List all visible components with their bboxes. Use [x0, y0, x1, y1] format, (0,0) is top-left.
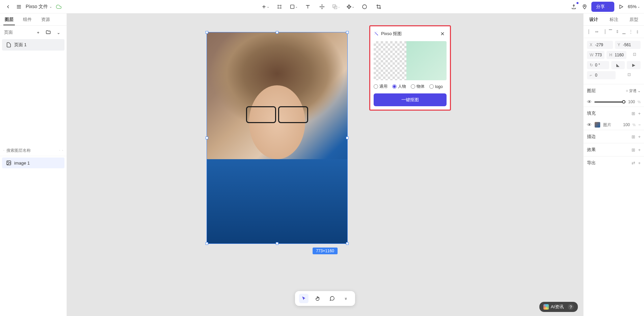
resize-handle-tm[interactable] — [276, 31, 278, 34]
file-name[interactable]: Pixso 文件 ⌄ — [26, 4, 52, 10]
svg-point-6 — [62, 150, 63, 150]
align-left[interactable]: ▏ — [587, 28, 593, 35]
add-effect[interactable]: + — [638, 147, 641, 152]
canvas[interactable]: 773×1160 » Pixso 抠图 通用 人物 物体 log — [67, 13, 583, 316]
align-center-v[interactable]: ⇕ — [614, 28, 620, 35]
layer-item-image1[interactable]: image 1 — [2, 157, 64, 168]
selected-image[interactable] — [207, 32, 348, 244]
component-tool[interactable]: ⌄ — [346, 3, 354, 11]
add-export[interactable]: + — [638, 161, 641, 166]
align-bottom[interactable]: ▁ — [621, 28, 627, 35]
blend-mode[interactable]: ○ 穿透 ⌄ — [626, 88, 641, 93]
align-top[interactable]: ▔ — [607, 28, 613, 35]
y-field[interactable]: Y-561 — [615, 41, 641, 49]
resize-handle-tl[interactable] — [206, 31, 208, 34]
text-tool[interactable] — [304, 3, 312, 11]
search-icon — [3, 148, 4, 153]
zoom-control[interactable]: 65% ⌄ — [628, 4, 640, 9]
align-right[interactable]: ▕ — [600, 28, 607, 35]
move-tool[interactable] — [318, 3, 326, 11]
cutout-title-text: Pixso 抠图 — [381, 31, 402, 37]
stroke-styles[interactable]: ⊞ — [632, 134, 635, 139]
flip-h[interactable]: ◣ — [611, 61, 625, 69]
ellipse-tool[interactable] — [360, 3, 369, 11]
export-section-label: 导出 — [587, 160, 596, 166]
boolean-tool[interactable]: ⌄ — [332, 3, 340, 11]
settings-icon[interactable] — [62, 148, 63, 153]
add-page-button[interactable]: + — [34, 28, 42, 36]
share-link-icon[interactable] — [570, 3, 578, 11]
fill-swatch[interactable] — [594, 122, 600, 128]
rotation-field[interactable]: ↻0 ° — [587, 61, 609, 69]
dimension-badge: 773×1160 — [313, 248, 338, 254]
page-item-1[interactable]: 页面 1 — [2, 39, 64, 51]
shape-tool[interactable]: ⌄ — [290, 3, 298, 11]
tab-layers[interactable]: 图层 — [0, 13, 18, 25]
share-button[interactable]: 分享 ⌄ — [591, 2, 614, 12]
share-label: 分享 — [596, 4, 605, 10]
h-field[interactable]: H1160 — [607, 51, 626, 59]
radius-expand[interactable]: ⊡ — [618, 71, 641, 78]
close-cutout-button[interactable] — [438, 30, 447, 38]
fill-type[interactable]: 图片 — [603, 122, 620, 128]
frame-tool[interactable] — [275, 3, 284, 11]
resize-handle-tr[interactable] — [346, 31, 349, 34]
crop-tool[interactable] — [375, 3, 383, 11]
play-button[interactable] — [617, 3, 625, 11]
add-stroke[interactable]: + — [638, 134, 641, 139]
visibility-toggle[interactable]: 👁 — [587, 99, 592, 105]
cutout-action-button[interactable]: 一键抠图 — [374, 93, 447, 106]
add-tool[interactable]: ⌄ — [261, 3, 269, 11]
radio-person[interactable]: 人物 — [392, 84, 406, 89]
cutout-header: Pixso 抠图 — [374, 30, 447, 38]
opacity-value[interactable]: 100 — [628, 99, 635, 104]
align-center-h[interactable]: ⇔ — [594, 28, 600, 35]
resize-handle-br[interactable] — [346, 242, 349, 245]
topbar-center: ⌄ ⌄ ⌄ ⌄ — [261, 3, 383, 11]
remove-fill[interactable]: − — [638, 122, 641, 127]
fill-opacity[interactable]: 100 — [623, 122, 630, 127]
resize-handle-bl[interactable] — [206, 242, 208, 245]
right-panel: 设计 标注 原型 ▏ ⇔ ▕ ▔ ⇕ ▁ ⋮ ⫿ X-279 Y-561 W77… — [583, 13, 644, 316]
filter-icon[interactable] — [59, 148, 60, 153]
tab-design[interactable]: 设计 — [584, 13, 604, 25]
x-field[interactable]: X-279 — [587, 41, 613, 49]
collapse-button[interactable]: ⌄ — [54, 28, 62, 36]
tab-prototype[interactable]: 原型 — [624, 13, 644, 25]
more-align[interactable]: ⫿ — [635, 28, 641, 35]
w-field[interactable]: W773 — [587, 51, 605, 59]
folder-icon[interactable] — [44, 28, 52, 36]
export-section-header: 导出 ⇄+ — [584, 156, 644, 169]
tab-components[interactable]: 组件 — [18, 13, 36, 25]
resize-handle-mr[interactable] — [346, 137, 349, 139]
radio-general[interactable]: 通用 — [374, 84, 387, 89]
link-dimensions[interactable]: ⊡ — [628, 51, 641, 58]
radio-logo[interactable]: logo — [429, 84, 443, 89]
location-icon[interactable] — [581, 3, 589, 11]
effect-styles[interactable]: ⊞ — [632, 147, 635, 152]
tab-annotate[interactable]: 标注 — [604, 13, 624, 25]
pointer-tool[interactable] — [299, 294, 308, 303]
distribute[interactable]: ⋮ — [628, 28, 634, 35]
radio-object[interactable]: 物体 — [411, 84, 425, 89]
chevron-down-icon: ⌄ — [49, 5, 52, 8]
comment-tool[interactable] — [327, 294, 337, 303]
tab-assets[interactable]: 资源 — [36, 13, 55, 25]
search-input[interactable] — [6, 148, 57, 153]
more-tools[interactable]: » — [342, 294, 351, 303]
radius-field[interactable]: ⌐0 — [587, 71, 616, 79]
cloud-sync-icon[interactable] — [55, 3, 63, 11]
resize-handle-bm[interactable] — [276, 242, 278, 245]
add-fill[interactable]: + — [638, 111, 641, 116]
flip-v[interactable]: ▶ — [627, 61, 641, 69]
main-area: 图层 组件 资源 页面 + ⌄ 页面 1 image 1 — [0, 13, 644, 316]
export-settings[interactable]: ⇄ — [632, 161, 635, 166]
menu-button[interactable] — [15, 3, 23, 11]
fill-styles[interactable]: ⊞ — [632, 111, 635, 116]
fill-visibility[interactable]: 👁 — [587, 122, 592, 127]
hand-tool[interactable] — [313, 294, 323, 303]
opacity-slider[interactable] — [594, 102, 625, 103]
effect-section-header: 效果 ⊞+ — [584, 143, 644, 156]
resize-handle-ml[interactable] — [206, 137, 208, 139]
back-button[interactable] — [4, 3, 12, 11]
